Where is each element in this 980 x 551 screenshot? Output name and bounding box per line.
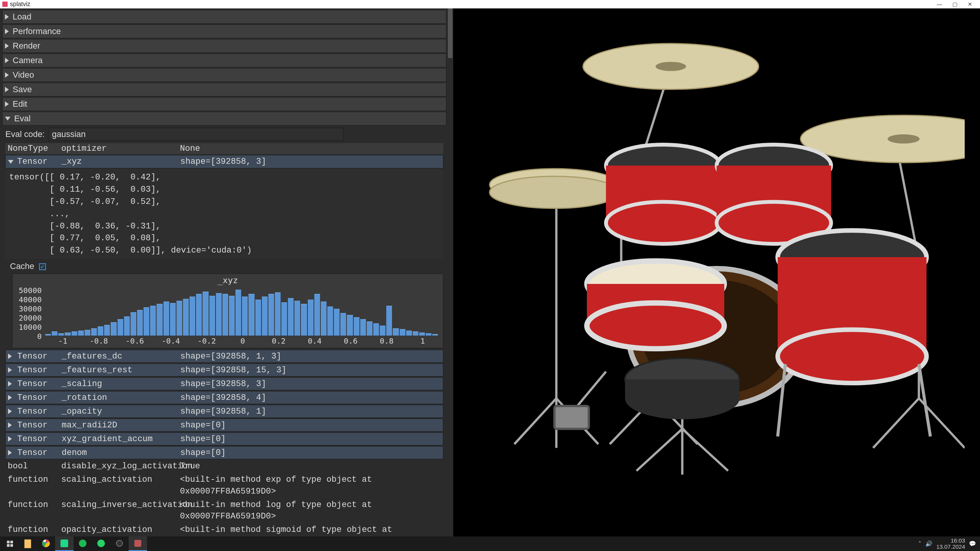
histogram-bar (72, 331, 77, 336)
tray-date: 13.07.2024 (936, 544, 965, 550)
tray-clock[interactable]: 16:03 13.07.2024 (936, 538, 965, 550)
tensor-row[interactable]: Tensormax_radii2Dshape=[0] (5, 419, 443, 432)
tray-time: 16:03 (936, 538, 965, 544)
attr-value: <built-in method exp of type object at 0… (180, 474, 441, 498)
attr-type: function (8, 499, 61, 523)
windows-taskbar[interactable]: ▇ ˄ 🔊 16:03 13.07.2024 💬 (0, 536, 980, 551)
chevron-right-icon (5, 29, 9, 34)
section-load[interactable]: Load (2, 10, 446, 24)
histogram-bar (150, 306, 156, 336)
folder-icon: ▇ (24, 538, 31, 548)
taskbar-chrome[interactable] (37, 536, 55, 551)
section-edit[interactable]: Edit (2, 97, 446, 111)
histogram-bar (45, 334, 51, 336)
chevron-right-icon (5, 43, 9, 49)
tensor-row[interactable]: Tensor_features_dcshape=[392858, 1, 3] (5, 350, 443, 363)
attr-name: opacity_activation (61, 524, 180, 536)
section-camera[interactable]: Camera (2, 54, 446, 67)
histogram-bar (308, 300, 314, 336)
minimize-button[interactable]: — (932, 1, 947, 7)
left-scrollbar[interactable] (447, 8, 453, 536)
tensor-row[interactable]: Tensordenomshape=[0] (5, 446, 443, 459)
svg-point-20 (655, 62, 686, 71)
histogram-bar (144, 307, 149, 336)
tensor-shape: shape=[392858, 3] (180, 157, 441, 166)
taskbar-whatsapp[interactable] (92, 536, 110, 551)
histogram-bar (216, 293, 222, 336)
tensor-row[interactable]: Tensor_opacityshape=[392858, 1] (5, 405, 443, 418)
tray-chevron-icon[interactable]: ˄ (918, 540, 921, 547)
chevron-right-icon (8, 422, 12, 428)
tensor-type: Tensor (17, 393, 62, 403)
xtick-label: 0.4 (297, 336, 333, 346)
xtick-label: 0.2 (261, 336, 297, 346)
taskbar-splatviz[interactable] (129, 536, 147, 551)
ytick-label: 50000 (15, 286, 42, 295)
tensor-row[interactable]: Tensor_rotationshape=[392858, 4] (5, 391, 443, 404)
chevron-right-icon (5, 14, 9, 20)
maximize-button[interactable]: ▢ (947, 1, 962, 7)
histogram-bar (426, 333, 431, 336)
ytick-label: 40000 (15, 295, 42, 304)
section-eval[interactable]: Eval (2, 112, 446, 126)
tensor-type: Tensor (17, 434, 62, 444)
attr-row: functionopacity_activation<built-in meth… (5, 523, 443, 536)
tray-volume-icon[interactable]: 🔊 (925, 540, 933, 547)
histogram-xticks: -1-0.8-0.6-0.4-0.200.20.40.60.81 (15, 336, 441, 346)
attr-value: <built-in method sigmoid of type object … (180, 524, 441, 536)
histogram-bar (78, 331, 84, 336)
section-save[interactable]: Save (2, 83, 446, 96)
scrollbar-thumb[interactable] (448, 8, 452, 58)
drumkit-illustration (469, 24, 965, 521)
tensor-name: _xyz (62, 157, 180, 166)
tensor-row-expanded[interactable]: Tensor _xyz shape=[392858, 3] (5, 155, 443, 168)
xtick-label: 0.6 (333, 336, 369, 346)
cache-checkbox[interactable]: ✓ (39, 263, 46, 270)
tensor-row[interactable]: Tensor_scalingshape=[392858, 3] (5, 377, 443, 390)
xtick-label: -0.8 (81, 336, 117, 346)
histogram-bar (294, 301, 300, 336)
section-label: Save (13, 85, 32, 95)
taskbar-spotify[interactable] (74, 536, 92, 551)
system-tray[interactable]: ˄ 🔊 16:03 13.07.2024 💬 (918, 538, 978, 550)
section-render[interactable]: Render (2, 39, 446, 53)
tensor-shape: shape=[0] (180, 448, 441, 458)
tensor-row[interactable]: Tensorxyz_gradient_accumshape=[0] (5, 432, 443, 445)
render-viewport[interactable] (453, 8, 980, 536)
histogram-bar (393, 328, 399, 336)
tray-notifications-icon[interactable]: 💬 (969, 540, 976, 547)
histogram-bar (406, 331, 412, 336)
tensor-row[interactable]: Tensor_features_restshape=[392858, 15, 3… (5, 364, 443, 377)
pycharm-icon (60, 540, 68, 547)
histogram-bar (229, 296, 235, 336)
whatsapp-icon (97, 540, 105, 547)
eval-code-input[interactable] (49, 128, 343, 141)
histogram-bar (111, 322, 116, 336)
left-panel: Load Performance Render Camera Video Sav… (0, 8, 447, 536)
histogram-bar (432, 334, 438, 336)
histogram-bar (91, 328, 97, 336)
tensor-shape: shape=[392858, 15, 3] (180, 365, 441, 375)
svg-line-1 (514, 398, 557, 444)
histogram-bar (222, 294, 228, 336)
taskbar-pycharm[interactable] (55, 536, 74, 551)
attr-row: functionscaling_inverse_activation<built… (5, 499, 443, 524)
section-video[interactable]: Video (2, 68, 446, 82)
taskbar-obs[interactable] (110, 536, 129, 551)
start-button[interactable] (2, 536, 18, 551)
section-performance[interactable]: Performance (2, 24, 446, 38)
taskbar-explorer[interactable]: ▇ (18, 536, 37, 551)
cache-row: Cache ✓ (5, 259, 443, 272)
close-button[interactable]: ✕ (962, 1, 978, 7)
histogram-bar (281, 302, 287, 336)
histogram-bar (373, 323, 379, 336)
chevron-right-icon (8, 354, 12, 359)
histogram-bar (137, 310, 143, 336)
xtick-label: -0.2 (189, 336, 225, 346)
histogram-bar (275, 292, 281, 336)
windows-logo-icon (7, 541, 13, 547)
spotify-icon (79, 540, 87, 547)
app-icon (2, 2, 8, 7)
obs-icon (116, 540, 123, 547)
histogram-bar (268, 294, 274, 336)
